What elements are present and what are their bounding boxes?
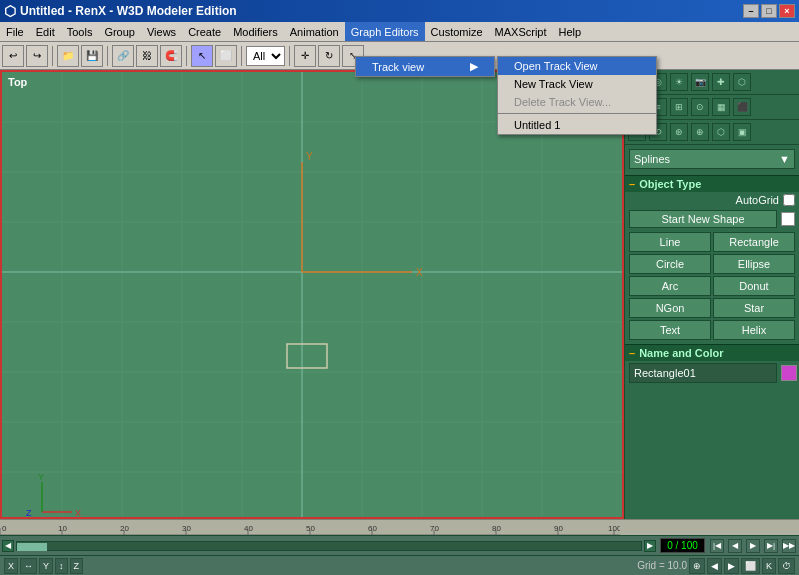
dropdown-arrow: ▼ <box>779 153 790 165</box>
object-type-collapse[interactable]: – <box>629 178 635 190</box>
panel-icon-r6[interactable]: ⬛ <box>733 98 751 116</box>
time-next-btn[interactable]: ▶| <box>764 539 778 553</box>
menu-tools[interactable]: Tools <box>61 22 99 41</box>
close-button[interactable]: × <box>779 4 795 18</box>
shape-rectangle[interactable]: Rectangle <box>713 232 795 252</box>
shape-ellipse[interactable]: Ellipse <box>713 254 795 274</box>
panel-icon-helper[interactable]: ✚ <box>712 73 730 91</box>
toolbar-move[interactable]: ✛ <box>294 45 316 67</box>
toolbar-link[interactable]: 🔗 <box>112 45 134 67</box>
graph-editors-dropdown: Track view ▶ <box>355 56 495 77</box>
autogrid-row: AutoGrid <box>625 192 799 208</box>
panel-icon-s6[interactable]: ▣ <box>733 123 751 141</box>
shape-ngon[interactable]: NGon <box>629 298 711 318</box>
svg-text:60: 60 <box>368 524 377 533</box>
name-color-row <box>625 361 799 385</box>
panel-icon-s3[interactable]: ⊛ <box>670 123 688 141</box>
filter-select[interactable]: All <box>246 46 285 66</box>
shape-helix[interactable]: Helix <box>713 320 795 340</box>
toolbar-sep4 <box>241 46 242 66</box>
time-play-btn[interactable]: ▶ <box>746 539 760 553</box>
playback-btn4[interactable]: ⬜ <box>741 558 760 574</box>
object-type-label: Object Type <box>639 178 701 190</box>
splines-dropdown[interactable]: Splines ▼ <box>629 149 795 169</box>
toolbar-region-select[interactable]: ⬜ <box>215 45 237 67</box>
panel-icon-r4[interactable]: ⊙ <box>691 98 709 116</box>
toolbar-rotate[interactable]: ↻ <box>318 45 340 67</box>
status-y-btn[interactable]: Y <box>39 558 53 574</box>
menu-graph-editors[interactable]: Graph Editors <box>345 22 425 41</box>
statusbar: X ↔ Y ↕ Z Grid = 10.0 ⊕ ◀ ▶ ⬜ K ⏱ <box>0 555 799 575</box>
hscroll-track[interactable] <box>16 541 642 551</box>
toolbar-save[interactable]: 💾 <box>81 45 103 67</box>
menu-group[interactable]: Group <box>98 22 141 41</box>
menu-customize[interactable]: Customize <box>425 22 489 41</box>
toolbar-redo[interactable]: ↪ <box>26 45 48 67</box>
panel-icon-r5[interactable]: ▦ <box>712 98 730 116</box>
maximize-button[interactable]: □ <box>761 4 777 18</box>
time-start-btn[interactable]: |◀ <box>710 539 724 553</box>
menu-views[interactable]: Views <box>141 22 182 41</box>
color-swatch[interactable] <box>781 365 797 381</box>
panel-icon-light[interactable]: ☀ <box>670 73 688 91</box>
shape-star[interactable]: Star <box>713 298 795 318</box>
panel-icon-r3[interactable]: ⊞ <box>670 98 688 116</box>
time-config-btn[interactable]: ⏱ <box>778 558 795 574</box>
menu-edit[interactable]: Edit <box>30 22 61 41</box>
toolbar-unlink[interactable]: ⛓ <box>136 45 158 67</box>
playback-btn1[interactable]: ⊕ <box>689 558 705 574</box>
menu-maxscript[interactable]: MAXScript <box>489 22 553 41</box>
status-rotate-btn[interactable]: ↕ <box>55 558 68 574</box>
menu-file[interactable]: File <box>0 22 30 41</box>
start-shape-checkbox[interactable]: ✓ <box>781 212 795 226</box>
scroll-left-arrow[interactable]: ◀ <box>2 540 14 552</box>
submenu-delete-track-view[interactable]: Delete Track View... <box>498 93 656 111</box>
start-new-shape-button[interactable]: Start New Shape <box>629 210 777 228</box>
playback-btn3[interactable]: ▶ <box>724 558 739 574</box>
svg-text:20: 20 <box>120 524 129 533</box>
toolbar-select[interactable]: ↖ <box>191 45 213 67</box>
autogrid-checkbox[interactable] <box>783 194 795 206</box>
app-icon: ⬡ <box>4 3 16 19</box>
menu-create[interactable]: Create <box>182 22 227 41</box>
viewport[interactable]: Top Y X <box>0 70 624 519</box>
minimize-button[interactable]: – <box>743 4 759 18</box>
shape-line[interactable]: Line <box>629 232 711 252</box>
hscroll-thumb[interactable] <box>17 543 47 551</box>
panel-icon-camera[interactable]: 📷 <box>691 73 709 91</box>
submenu-sep <box>498 113 656 114</box>
scroll-right-arrow[interactable]: ▶ <box>644 540 656 552</box>
status-x-btn[interactable]: X <box>4 558 18 574</box>
time-prev-btn[interactable]: ◀ <box>728 539 742 553</box>
svg-text:50: 50 <box>306 524 315 533</box>
time-end-btn[interactable]: ▶▶ <box>782 539 796 553</box>
shape-arc[interactable]: Arc <box>629 276 711 296</box>
panel-icon-s5[interactable]: ⬡ <box>712 123 730 141</box>
menu-help[interactable]: Help <box>553 22 588 41</box>
menu-animation[interactable]: Animation <box>284 22 345 41</box>
shape-donut[interactable]: Donut <box>713 276 795 296</box>
splines-label: Splines <box>634 153 670 165</box>
submenu-new-track-view[interactable]: New Track View <box>498 75 656 93</box>
shape-text[interactable]: Text <box>629 320 711 340</box>
status-move-btn[interactable]: ↔ <box>20 558 37 574</box>
toolbar-undo[interactable]: ↩ <box>2 45 24 67</box>
toolbar-sep3 <box>186 46 187 66</box>
panel-icon-s4[interactable]: ⊕ <box>691 123 709 141</box>
viewport-canvas: Y X X Y Z <box>2 72 622 517</box>
dropdown-track-view[interactable]: Track view ▶ <box>356 57 494 76</box>
key-mode-btn[interactable]: K <box>762 558 776 574</box>
status-z-btn[interactable]: Z <box>70 558 84 574</box>
toolbar-bind[interactable]: 🧲 <box>160 45 182 67</box>
panel-icon-space[interactable]: ⬡ <box>733 73 751 91</box>
toolbar-sep5 <box>289 46 290 66</box>
main-area: Top Y X <box>0 70 799 519</box>
menu-modifiers[interactable]: Modifiers <box>227 22 284 41</box>
submenu-open-track-view[interactable]: Open Track View <box>498 57 656 75</box>
name-color-collapse[interactable]: – <box>629 347 635 359</box>
submenu-untitled1[interactable]: Untitled 1 <box>498 116 656 134</box>
toolbar-open[interactable]: 📁 <box>57 45 79 67</box>
playback-btn2[interactable]: ◀ <box>707 558 722 574</box>
object-name-input[interactable] <box>629 363 777 383</box>
shape-circle[interactable]: Circle <box>629 254 711 274</box>
